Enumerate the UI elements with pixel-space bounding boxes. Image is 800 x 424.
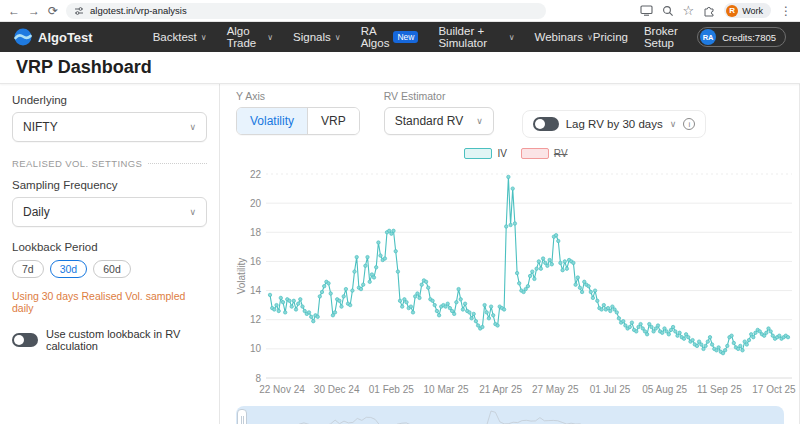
underlying-value: NIFTY (23, 120, 58, 134)
credits-text: Credits:7805 (722, 32, 776, 43)
underlying-select[interactable]: NIFTY ∨ (12, 112, 207, 142)
chart-panel: Y Axis Volatility VRP RV Estimator Stand… (220, 84, 800, 424)
new-badge: New (393, 31, 418, 43)
zoom-icon[interactable] (662, 5, 674, 17)
url-bar[interactable]: algotest.in/vrp-analysis (66, 3, 546, 19)
chevron-down-icon: ∨ (189, 122, 196, 132)
chart-legend: IV RV (236, 146, 796, 160)
lookback-note: Using 30 days Realised Vol. sampled dail… (12, 290, 207, 314)
navigator-left-handle[interactable] (237, 409, 247, 424)
svg-text:18: 18 (250, 227, 262, 238)
browser-toolbar: ← → ⟳ algotest.in/vrp-analysis ☆ (0, 0, 800, 22)
nav-item-webinars[interactable]: Webinars∨ (535, 31, 593, 43)
legend-item-iv[interactable]: IV (464, 148, 506, 159)
svg-text:01 Feb 25: 01 Feb 25 (369, 384, 414, 395)
nav-item-signals[interactable]: Signals∨ (293, 31, 341, 43)
chevron-down-icon: ∨ (267, 33, 273, 42)
lookback-pill-60d[interactable]: 60d (93, 260, 131, 278)
y-axis-control: Y Axis Volatility VRP (236, 90, 360, 135)
profile-avatar: R (726, 5, 738, 17)
sampling-frequency-label: Sampling Frequency (12, 179, 207, 191)
browser-profile-chip[interactable]: R Work (724, 3, 771, 18)
profile-name: Work (742, 6, 763, 16)
sampling-frequency-select[interactable]: Daily ∨ (12, 197, 207, 227)
range-navigator[interactable] (236, 406, 784, 424)
tab-volatility[interactable]: Volatility (237, 108, 307, 134)
iv-chart-svg[interactable]: 810121416182022Volatility22 Nov 2430 Dec… (236, 160, 796, 398)
svg-text:8: 8 (255, 373, 261, 384)
brand[interactable]: AlgoTest (14, 28, 93, 46)
svg-text:17 Oct 25: 17 Oct 25 (752, 384, 796, 395)
y-axis-segmented: Volatility VRP (236, 107, 360, 135)
svg-text:Volatility: Volatility (236, 258, 247, 295)
svg-text:11 Sep 25: 11 Sep 25 (697, 384, 742, 395)
browser-menu-icon[interactable]: ⋮ (780, 5, 792, 17)
svg-text:21 Apr 25: 21 Apr 25 (479, 384, 522, 395)
lag-rv-toggle[interactable] (533, 117, 559, 131)
app-navbar: AlgoTest Backtest∨Algo Trade∨Signals∨RA … (0, 22, 800, 52)
cast-icon[interactable] (640, 5, 653, 16)
nav-item-broker-setup[interactable]: Broker Setup (644, 25, 681, 49)
svg-text:05 Aug 25: 05 Aug 25 (642, 384, 687, 395)
chevron-down-icon: ∨ (335, 33, 341, 42)
reload-icon[interactable]: ⟳ (48, 5, 58, 17)
svg-text:27 May 25: 27 May 25 (532, 384, 579, 395)
info-icon[interactable]: i (683, 118, 695, 130)
brand-name: AlgoTest (38, 30, 93, 45)
screen: ← → ⟳ algotest.in/vrp-analysis ☆ (0, 0, 800, 424)
bookmark-star-icon[interactable]: ☆ (683, 4, 695, 17)
rv-swatch (521, 148, 549, 159)
svg-text:14: 14 (250, 285, 262, 296)
navigator-sparkline (236, 406, 784, 424)
rv-estimator-select[interactable]: Standard RV ∨ (384, 107, 494, 135)
site-settings-icon[interactable] (74, 6, 84, 16)
back-icon[interactable]: ← (8, 5, 20, 17)
rv-estimator-label: RV Estimator (384, 90, 494, 102)
legend-rv-label: RV (554, 148, 568, 159)
custom-lookback-label: Use custom lookback in RV calculation (46, 328, 207, 352)
credits-pill[interactable]: RA Credits:7805 (697, 27, 786, 47)
chevron-down-icon: ∨ (509, 33, 515, 42)
chevron-down-icon: ∨ (201, 33, 207, 42)
lookback-pill-30d[interactable]: 30d (50, 260, 88, 278)
legend-item-rv[interactable]: RV (521, 148, 568, 159)
svg-text:16: 16 (250, 256, 262, 267)
lookback-period-label: Lookback Period (12, 241, 207, 253)
nav-right: Pricing Broker Setup RA Credits:7805 (593, 25, 786, 49)
lookback-pill-7d[interactable]: 7d (12, 260, 44, 278)
sidebar: Underlying NIFTY ∨ REALISED VOL. SETTING… (0, 84, 220, 424)
user-avatar: RA (700, 29, 716, 45)
custom-lookback-toggle[interactable] (12, 333, 38, 347)
svg-text:12: 12 (250, 314, 262, 325)
nav-item-builder-simulator[interactable]: Builder + Simulator∨ (438, 25, 514, 49)
nav-item-pricing[interactable]: Pricing (593, 31, 628, 43)
y-axis-label: Y Axis (236, 90, 360, 102)
chevron-down-icon[interactable]: ∨ (670, 119, 677, 129)
svg-text:10: 10 (250, 343, 262, 354)
chevron-down-icon: ∨ (189, 207, 196, 217)
extensions-icon[interactable] (703, 5, 715, 17)
rv-estimator-control: RV Estimator Standard RV ∨ (384, 90, 494, 135)
nav-item-ra-algos[interactable]: RA AlgosNew (361, 25, 419, 49)
page-title: VRP Dashboard (16, 57, 152, 78)
realised-vol-section-header: REALISED VOL. SETTINGS (12, 158, 207, 169)
lookback-pills: 7d30d60d (12, 260, 207, 278)
svg-text:22 Nov 24: 22 Nov 24 (259, 384, 305, 395)
page-header: VRP Dashboard (0, 52, 800, 84)
nav-item-algo-trade[interactable]: Algo Trade∨ (227, 25, 273, 49)
nav-menu: Backtest∨Algo Trade∨Signals∨RA AlgosNewB… (153, 25, 593, 49)
browser-actions: ☆ R Work ⋮ (640, 3, 793, 18)
lag-rv-box: Lag RV by 30 days ∨ i (522, 110, 707, 138)
algotest-logo-icon (14, 28, 32, 46)
dotted-divider (148, 163, 207, 164)
url-text: algotest.in/vrp-analysis (90, 5, 187, 16)
sampling-frequency-value: Daily (23, 205, 50, 219)
lag-rv-label: Lag RV by 30 days (566, 118, 663, 130)
custom-lookback-row: Use custom lookback in RV calculation (12, 328, 207, 352)
rv-estimator-value: Standard RV (395, 114, 464, 128)
tab-vrp[interactable]: VRP (307, 108, 359, 134)
forward-icon[interactable]: → (28, 5, 40, 17)
underlying-label: Underlying (12, 94, 207, 106)
nav-item-backtest[interactable]: Backtest∨ (153, 31, 207, 43)
svg-text:10 Mar 25: 10 Mar 25 (423, 384, 468, 395)
